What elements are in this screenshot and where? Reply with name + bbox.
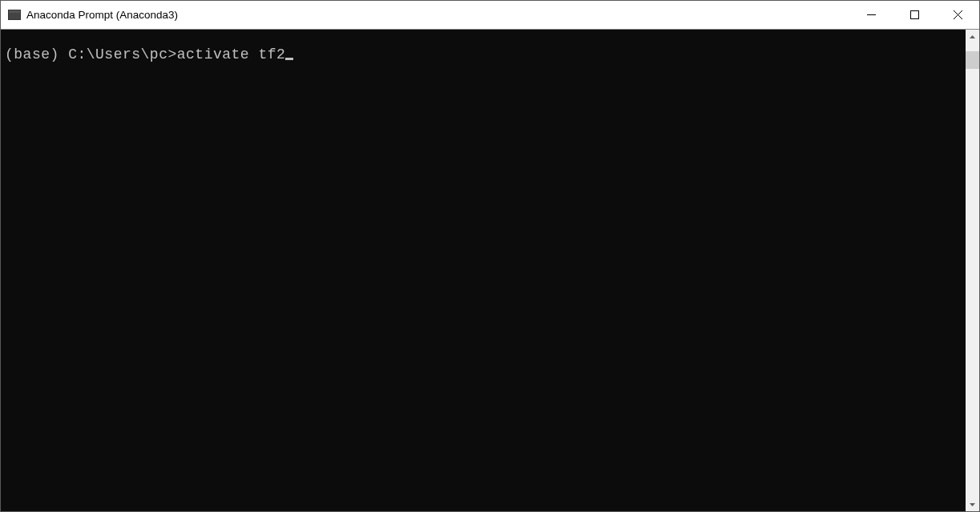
svg-marker-5	[970, 503, 975, 506]
chevron-up-icon	[970, 35, 975, 38]
chevron-down-icon	[970, 503, 975, 506]
window-frame: Anaconda Prompt (Anaconda3) (base	[0, 0, 980, 512]
maximize-icon	[910, 10, 919, 19]
svg-rect-1	[910, 11, 918, 19]
prompt-path: C:\Users\pc>	[68, 46, 177, 62]
scroll-thumb[interactable]	[966, 51, 979, 69]
window-title: Anaconda Prompt (Anaconda3)	[26, 9, 849, 21]
window-controls	[849, 1, 979, 29]
typed-command: activate tf2	[177, 46, 286, 62]
titlebar[interactable]: Anaconda Prompt (Anaconda3)	[1, 1, 979, 30]
terminal-line-1: (base) C:\Users\pc>activate tf2	[5, 46, 966, 63]
svg-marker-4	[970, 35, 975, 38]
minimize-button[interactable]	[849, 1, 893, 29]
close-icon	[954, 10, 962, 19]
terminal-app-icon	[8, 10, 21, 20]
maximize-button[interactable]	[893, 1, 936, 29]
terminal-area: (base) C:\Users\pc>activate tf2	[1, 30, 979, 511]
terminal-content[interactable]: (base) C:\Users\pc>activate tf2	[1, 30, 966, 511]
prompt-env: (base)	[5, 46, 68, 62]
cursor	[285, 58, 293, 60]
close-button[interactable]	[936, 1, 979, 29]
minimize-icon	[867, 10, 876, 19]
scroll-up-button[interactable]	[966, 30, 979, 43]
scroll-track[interactable]	[966, 43, 979, 498]
vertical-scrollbar[interactable]	[966, 30, 979, 511]
scroll-down-button[interactable]	[966, 498, 979, 511]
